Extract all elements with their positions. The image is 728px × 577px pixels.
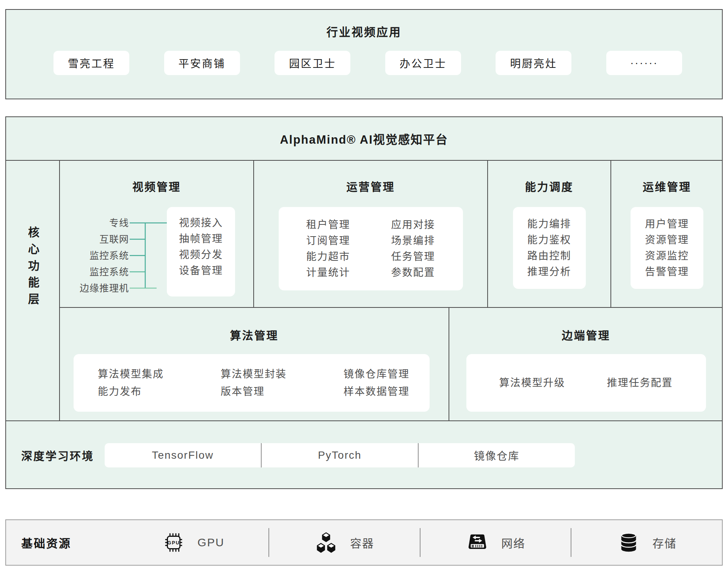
video-source: 监控系统 (78, 248, 129, 264)
edge-functions-box: 算法模型升级 推理任务配置 (466, 354, 706, 412)
operation-item: 场景编排 (391, 233, 435, 249)
app-pill-bangong: 办公卫士 (385, 51, 461, 75)
operation-item: 任务管理 (391, 249, 435, 265)
industry-apps-section: 行业视频应用 雪亮工程 平安商铺 园区卫士 办公卫士 明厨亮灶 ······ (5, 9, 723, 99)
app-pill-ellipsis: ······ (606, 51, 682, 75)
operation-col-2: 应用对接 场景编排 任务管理 参数配置 (391, 217, 435, 281)
tree-connector-lines (129, 215, 167, 296)
video-function: 设备管理 (179, 263, 223, 279)
algorithm-col-3: 镜像仓库管理 样本数据管理 (344, 365, 410, 400)
industry-apps-title: 行业视频应用 (6, 23, 722, 39)
algorithm-item: 版本管理 (221, 383, 287, 400)
video-management-content: 专线 互联网 监控系统 监控系统 边缘推理机 视频接入 (60, 207, 253, 296)
video-source: 互联网 (78, 231, 129, 248)
operation-item: 应用对接 (391, 217, 435, 233)
resource-gpu: GPU GPU (118, 531, 268, 554)
storage-database-icon (617, 531, 640, 554)
operation-functions-box: 租户管理 订阅管理 能力超市 计量统计 应用对接 场景编排 任务管理 参数配置 (279, 207, 463, 290)
operation-item: 参数配置 (391, 265, 435, 281)
operation-item: 能力超市 (306, 249, 350, 265)
operation-item: 租户管理 (306, 217, 350, 233)
edge-item: 推理任务配置 (607, 375, 673, 391)
deep-learning-row: 深度学习环境 TensorFlow PyTorch 镜像仓库 (6, 420, 722, 490)
algorithm-management-title: 算法管理 (60, 327, 449, 343)
deep-learning-bar: TensorFlow PyTorch 镜像仓库 (105, 443, 575, 467)
video-functions-box: 视频接入 抽帧管理 视频分发 设备管理 (167, 207, 235, 296)
algorithm-col-2: 算法模型封装 版本管理 (221, 365, 287, 400)
algorithm-item: 算法模型封装 (221, 365, 287, 383)
platform-section: AlphaMind® AI视觉感知平台 核心功能层 视频管理 专线 互联网 监控… (5, 116, 723, 489)
scheduling-item: 推理分析 (527, 264, 571, 280)
dl-env-tensorflow: TensorFlow (105, 443, 261, 467)
scheduling-item: 能力鉴权 (527, 232, 571, 248)
resource-gpu-label: GPU (198, 536, 224, 549)
edge-management-title: 边端管理 (449, 327, 723, 343)
network-switch-icon (466, 531, 489, 554)
resource-storage-label: 存储 (653, 534, 677, 551)
algorithm-item: 镜像仓库管理 (344, 365, 410, 383)
video-source-list: 专线 互联网 监控系统 监控系统 边缘推理机 (78, 215, 129, 296)
om-management-box: 用户管理 资源管理 资源监控 告警管理 (631, 207, 703, 289)
architecture-diagram: 行业视频应用 雪亮工程 平安商铺 园区卫士 办公卫士 明厨亮灶 ······ A… (0, 0, 728, 577)
resource-network-label: 网络 (501, 534, 526, 551)
resource-container-label: 容器 (350, 534, 374, 551)
video-source: 边缘推理机 (78, 280, 129, 296)
om-item: 资源监控 (645, 248, 689, 264)
core-layer-label-cell: 核心功能层 (6, 161, 60, 420)
base-resources-label: 基础资源 (6, 534, 118, 551)
resource-storage: 存储 (571, 531, 722, 554)
resource-network: 网络 (420, 531, 571, 554)
om-item: 告警管理 (645, 264, 689, 280)
om-item: 用户管理 (645, 216, 689, 232)
app-pill-yuanqu: 园区卫士 (275, 51, 350, 75)
base-resources-band: 基础资源 GPU GPU (5, 519, 723, 566)
video-management-title: 视频管理 (60, 178, 253, 194)
om-management-cell: 运维管理 用户管理 资源管理 资源监控 告警管理 (611, 161, 723, 307)
app-pill-mingchu: 明厨亮灶 (496, 51, 571, 75)
deep-learning-label: 深度学习环境 (21, 447, 102, 463)
algorithm-management-cell: 算法管理 算法模型集成 能力发布 算法模型封装 版本管理 镜像仓库管理 样本数据… (60, 307, 449, 420)
algorithm-item: 算法模型集成 (98, 365, 164, 383)
video-function: 抽帧管理 (179, 231, 223, 247)
operation-item: 计量统计 (306, 265, 350, 281)
capability-scheduling-title: 能力调度 (488, 178, 610, 194)
om-management-title: 运维管理 (611, 178, 723, 194)
app-pill-pingan: 平安商铺 (164, 51, 240, 75)
video-management-cell: 视频管理 专线 互联网 监控系统 监控系统 边缘推理机 (60, 161, 254, 307)
industry-apps-row: 雪亮工程 平安商铺 园区卫士 办公卫士 明厨亮灶 ······ (53, 51, 682, 75)
gpu-chip-icon: GPU (162, 531, 185, 554)
video-source: 监控系统 (78, 264, 129, 280)
algorithm-item: 能力发布 (98, 383, 164, 400)
edge-management-cell: 边端管理 算法模型升级 推理任务配置 (449, 307, 723, 420)
container-cubes-icon (314, 531, 338, 554)
capability-scheduling-cell: 能力调度 能力编排 能力鉴权 路由控制 推理分析 (488, 161, 611, 307)
algorithm-col-1: 算法模型集成 能力发布 (98, 365, 164, 400)
dl-env-image-repo: 镜像仓库 (418, 443, 575, 467)
core-layer-label: 核心功能层 (24, 226, 41, 310)
capability-scheduling-box: 能力编排 能力鉴权 路由控制 推理分析 (513, 207, 586, 289)
app-pill-xueliang: 雪亮工程 (53, 51, 129, 75)
operation-col-1: 租户管理 订阅管理 能力超市 计量统计 (306, 217, 350, 281)
svg-text:GPU: GPU (167, 540, 180, 546)
scheduling-item: 能力编排 (527, 216, 571, 232)
resource-container: 容器 (269, 531, 420, 554)
video-function: 视频接入 (179, 215, 223, 231)
scheduling-item: 路由控制 (527, 248, 571, 264)
algorithm-item: 样本数据管理 (344, 383, 410, 400)
platform-title: AlphaMind® AI视觉感知平台 (6, 117, 722, 161)
operation-management-title: 运营管理 (254, 178, 487, 194)
om-item: 资源管理 (645, 232, 689, 248)
video-source: 专线 (78, 215, 129, 231)
edge-item: 算法模型升级 (499, 375, 565, 391)
video-function: 视频分发 (179, 247, 223, 263)
operation-item: 订阅管理 (306, 233, 350, 249)
algorithm-functions-box: 算法模型集成 能力发布 算法模型封装 版本管理 镜像仓库管理 样本数据管理 (74, 354, 430, 412)
operation-management-cell: 运营管理 租户管理 订阅管理 能力超市 计量统计 应用对接 场景编排 任务管理 … (254, 161, 488, 307)
dl-env-pytorch: PyTorch (261, 443, 418, 467)
